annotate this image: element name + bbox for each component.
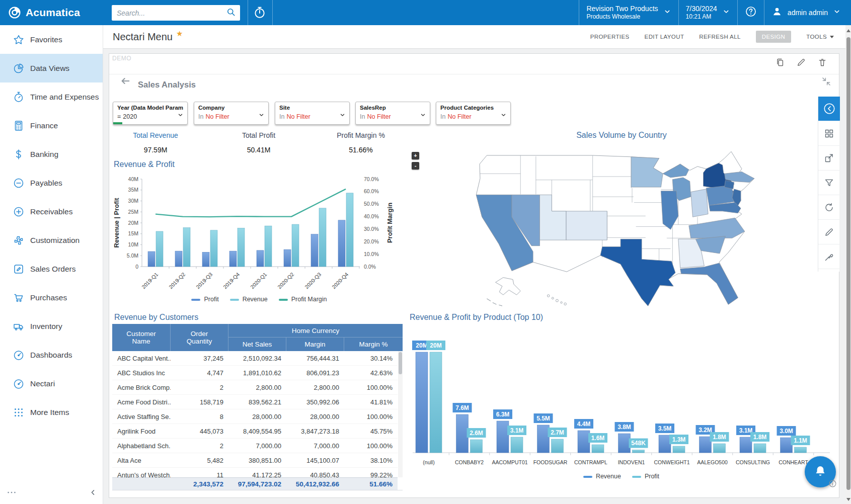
trash-icon[interactable]	[817, 57, 827, 69]
back-button[interactable]	[120, 75, 131, 89]
table-row[interactable]: Agrilink Food445,0738,409,554.953,847,27…	[112, 424, 398, 439]
table-row[interactable]: Alta Ace5,482380,851.00145,100.0738.10%	[112, 453, 398, 468]
table-row[interactable]: Acme Brick Comp...22,800.002,800.00100.0…	[112, 380, 398, 395]
rail-eyedropper-icon[interactable]	[818, 244, 840, 269]
design-button[interactable]: DESIGN	[756, 31, 792, 43]
favorite-star-icon[interactable]: ★	[176, 29, 183, 38]
col-header-net-sales[interactable]: Net Sales	[228, 338, 286, 351]
sidebar-item-inventory[interactable]: Inventory	[0, 312, 103, 341]
legend-item[interactable]: Profit Margin	[279, 296, 327, 303]
filter-salesrep[interactable]: SalesRepInNo Filter	[355, 102, 430, 125]
sidebar-item-purchases[interactable]: Purchases	[0, 283, 103, 312]
date-selector[interactable]: 7/30/2024 10:21 AM	[678, 0, 737, 25]
legend-item[interactable]: Profit	[191, 296, 218, 303]
scrollbar-thumb[interactable]	[846, 37, 850, 490]
col-header-customer-name[interactable]: CustomerName	[112, 324, 171, 351]
col-header-order-quantity[interactable]: OrderQuantity	[171, 324, 228, 351]
scroll-down-arrow[interactable]	[846, 498, 850, 501]
table-scrollbar[interactable]	[398, 351, 403, 477]
legend-item[interactable]: Revenue	[230, 296, 268, 303]
search-input[interactable]	[112, 9, 226, 17]
sidebar-item-favorites[interactable]: Favorites	[0, 25, 103, 54]
tenant-selector[interactable]: Revision Two Products Products Wholesale	[579, 0, 678, 25]
totals-cell: 2,343,572	[171, 480, 228, 488]
sidebar-collapse-icon[interactable]	[89, 488, 98, 499]
svg-text:20M: 20M	[430, 342, 441, 349]
col-header-margin-[interactable]: Margin %	[344, 338, 403, 351]
filter-operator: In	[279, 113, 284, 120]
state-MI[interactable]	[663, 164, 689, 178]
sidebar-item-time-and-expenses[interactable]: Time and Expenses	[0, 82, 103, 111]
state-HI[interactable]	[547, 295, 566, 305]
state-OH[interactable]	[691, 189, 708, 217]
info-icon[interactable]	[828, 479, 837, 490]
revenue-by-customers-table[interactable]: CustomerNameOrderQuantityHome CurrencyNe…	[112, 324, 403, 490]
sidebar-item-data-views[interactable]: Data Views	[0, 54, 103, 82]
sidebar-item-customization[interactable]: Customization	[0, 226, 103, 255]
acumatica-logo[interactable]: Acumatica	[0, 6, 103, 19]
edit-layout-button[interactable]: EDIT LAYOUT	[645, 34, 684, 40]
table-row[interactable]: ABC Studios Inc4,7471,891,010.62806,091.…	[112, 366, 398, 380]
revenue-profit-chart[interactable]: 40M35M30M25M20M15M10M5.0M070.0%60.0%50.0…	[111, 170, 408, 297]
legend-item[interactable]: Revenue	[583, 473, 621, 480]
filter-product-categories[interactable]: Product CategoriesInNo Filter	[436, 102, 511, 125]
customers-table-title: Revenue by Customers	[114, 313, 198, 322]
table-row[interactable]: Alphabetland Sch...27,000.007,000.00100.…	[112, 439, 398, 453]
sidebar-item-banking[interactable]: Banking	[0, 140, 103, 169]
business-date-icon[interactable]	[253, 6, 266, 21]
help-button[interactable]	[737, 0, 764, 25]
table-cell: 2,800.00	[286, 384, 344, 391]
map-zoom-out-button[interactable]: -	[412, 162, 419, 170]
pencil-icon[interactable]	[796, 57, 806, 69]
rail-refresh-icon[interactable]	[818, 195, 840, 220]
state-MN[interactable]	[631, 157, 663, 187]
table-row[interactable]: Active Staffing Se...828,000.0028,000.00…	[112, 409, 398, 424]
filter-company[interactable]: CompanyInNo Filter	[194, 102, 269, 125]
refresh-all-button[interactable]: REFRESH ALL	[699, 34, 740, 40]
sidebar-more-icon[interactable]	[6, 487, 17, 500]
global-search[interactable]	[112, 5, 240, 21]
filter-operator: In	[198, 113, 203, 120]
sidebar-item-dashboards[interactable]: Dashboards	[0, 341, 103, 369]
tools-button[interactable]: TOOLS	[806, 34, 834, 40]
table-cell: 30.14%	[344, 355, 398, 362]
col-header-margin[interactable]: Margin	[286, 338, 344, 351]
table-scrollbar-thumb[interactable]	[399, 352, 402, 374]
state-CO[interactable]	[566, 211, 607, 240]
sidebar-item-sales-orders[interactable]: Sales Orders	[0, 255, 103, 283]
sidebar-item-nectari[interactable]: Nectari	[0, 369, 103, 398]
collapse-panel-icon[interactable]	[821, 76, 831, 89]
product-chart-legend[interactable]: RevenueProfit	[409, 473, 834, 480]
copy-icon[interactable]	[775, 57, 785, 69]
rail-grid4-icon[interactable]	[818, 121, 840, 146]
map-zoom-in-button[interactable]: +	[412, 152, 419, 159]
table-row[interactable]: ABC Capital Vent...37,2452,510,092.34756…	[112, 351, 398, 366]
sidebar-item-more-items[interactable]: More Items	[0, 398, 103, 427]
table-row[interactable]: Acme Food Distri...158,719839,562.21350,…	[112, 395, 398, 409]
state-FL[interactable]	[680, 263, 738, 304]
state-AK[interactable]	[496, 278, 521, 295]
sidebar-item-payables[interactable]: Payables	[0, 169, 103, 197]
table-body[interactable]: ABC Capital Vent...37,2452,510,092.34756…	[112, 351, 398, 482]
sidebar-item-finance[interactable]: Finance	[0, 111, 103, 140]
revenue-profit-chart-legend[interactable]: ProfitRevenueProfit Margin	[111, 296, 408, 303]
kpi-label[interactable]: Total Revenue	[105, 131, 206, 139]
user-menu[interactable]: admin admin	[764, 0, 851, 25]
scroll-up-arrow[interactable]	[846, 29, 850, 32]
filter-site[interactable]: SiteInNo Filter	[275, 102, 350, 125]
rail-share-icon[interactable]	[818, 146, 840, 171]
rail-circle-chevron-left-icon[interactable]	[818, 97, 840, 121]
filter-year-data-model-paramete[interactable]: Year (Data Model Paramete...=2020	[113, 102, 188, 125]
filter-value: No Filter	[367, 113, 391, 120]
legend-item[interactable]: Profit	[632, 473, 659, 480]
sidebar-item-receivables[interactable]: Receivables	[0, 197, 103, 226]
search-icon[interactable]	[226, 7, 236, 19]
sales-volume-map[interactable]	[450, 144, 793, 309]
gauge-icon	[13, 349, 25, 361]
page-scrollbar[interactable]	[845, 25, 851, 504]
rail-pencil-icon[interactable]	[818, 220, 840, 244]
rail-funnel-icon[interactable]	[818, 171, 840, 195]
top-header-bar: Acumatica Revision Two Products Products…	[0, 0, 851, 25]
revenue-profit-by-product-chart[interactable]: 20M20M(null)7.6M2.6MCONBABY26.3M3.1MAACO…	[409, 327, 834, 476]
properties-button[interactable]: PROPERTIES	[590, 34, 630, 40]
